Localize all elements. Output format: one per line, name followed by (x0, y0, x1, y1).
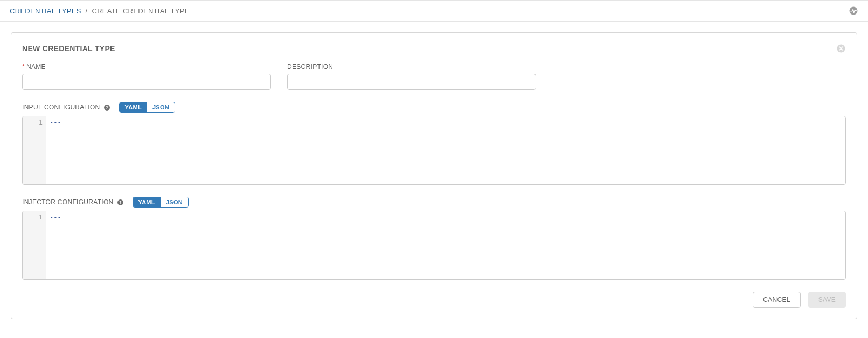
breadcrumb-separator: / (86, 7, 88, 15)
close-icon[interactable] (836, 44, 846, 53)
save-button[interactable]: SAVE (808, 292, 846, 308)
description-field-group: DESCRIPTION (287, 63, 536, 90)
svg-text:?: ? (106, 105, 108, 110)
name-label: *NAME (22, 63, 271, 71)
injector-configuration-section: INJECTOR CONFIGURATION ? YAML JSON 1 --- (22, 197, 846, 280)
injector-config-yaml-toggle[interactable]: YAML (133, 197, 161, 207)
input-config-code[interactable]: --- (46, 116, 845, 184)
name-input[interactable] (22, 74, 271, 90)
description-input[interactable] (287, 74, 536, 90)
breadcrumb: CREDENTIAL TYPES / CREATE CREDENTIAL TYP… (10, 7, 190, 15)
input-config-format-toggle: YAML JSON (119, 102, 176, 113)
input-config-editor[interactable]: 1 --- (22, 116, 846, 185)
injector-config-json-toggle[interactable]: JSON (161, 197, 188, 207)
injector-config-code[interactable]: --- (46, 211, 845, 279)
help-icon[interactable]: ? (117, 199, 124, 206)
input-configuration-section: INPUT CONFIGURATION ? YAML JSON 1 --- (22, 102, 846, 185)
injector-config-format-toggle: YAML JSON (133, 197, 189, 208)
panel-title: NEW CREDENTIAL TYPE (22, 44, 115, 53)
description-label: DESCRIPTION (287, 63, 536, 71)
cancel-button[interactable]: CANCEL (753, 292, 800, 308)
required-asterisk: * (22, 63, 25, 71)
svg-text:?: ? (119, 200, 122, 205)
input-config-yaml-toggle[interactable]: YAML (120, 102, 147, 112)
injector-config-label: INJECTOR CONFIGURATION (22, 198, 114, 206)
breadcrumb-current: CREATE CREDENTIAL TYPE (92, 7, 189, 15)
help-icon[interactable]: ? (103, 104, 110, 111)
injector-config-editor[interactable]: 1 --- (22, 211, 846, 280)
button-row: CANCEL SAVE (22, 292, 846, 308)
breadcrumb-root-link[interactable]: CREDENTIAL TYPES (10, 7, 81, 15)
input-config-gutter: 1 (23, 116, 46, 184)
form-panel: NEW CREDENTIAL TYPE *NAME DESCRIPTION IN… (11, 32, 857, 319)
input-config-json-toggle[interactable]: JSON (147, 102, 175, 112)
input-config-label: INPUT CONFIGURATION (22, 104, 100, 111)
injector-config-gutter: 1 (23, 211, 46, 279)
breadcrumb-bar: CREDENTIAL TYPES / CREATE CREDENTIAL TYP… (0, 1, 868, 22)
name-field-group: *NAME (22, 63, 271, 90)
activity-stream-icon[interactable] (849, 6, 858, 16)
